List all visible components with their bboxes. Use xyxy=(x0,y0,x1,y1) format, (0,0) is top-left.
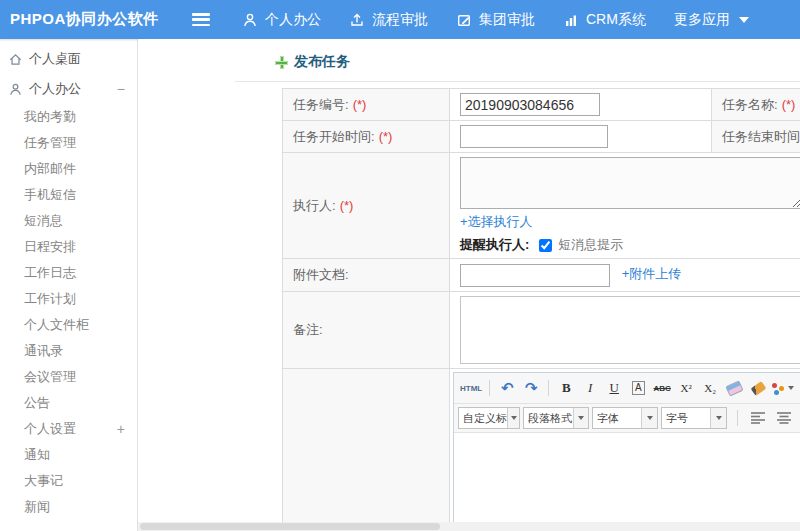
start-time-label-cell: 任务开始时间:(*) xyxy=(283,121,450,153)
hamburger-menu-icon[interactable] xyxy=(192,13,210,26)
custom-heading-select[interactable]: 自定义标题 xyxy=(458,407,520,429)
caret-down-icon xyxy=(739,17,749,23)
subscript-button[interactable]: X₂ xyxy=(699,377,721,399)
bold-button[interactable]: B xyxy=(555,377,577,399)
bar-chart-icon xyxy=(563,12,579,28)
eraser-button[interactable] xyxy=(723,377,745,399)
caret-down-icon xyxy=(710,408,726,428)
sidebar-item-personal-desktop[interactable]: 个人桌面 xyxy=(0,44,137,74)
required-marker: (*) xyxy=(782,97,796,112)
sidebar-item-my-attendance[interactable]: 我的考勤 xyxy=(0,104,137,130)
sidebar-item-personal-office[interactable]: 个人办公 − xyxy=(0,74,137,104)
format-brush-button[interactable] xyxy=(747,377,769,399)
nav-label: 集团审批 xyxy=(479,11,535,29)
attachment-label-cell: 附件文档: xyxy=(283,259,450,292)
nav-label: CRM系统 xyxy=(586,11,646,29)
sidebar-item-work-log[interactable]: 工作日志 xyxy=(0,260,137,286)
description-label-cell: 任务描述:(*) xyxy=(283,369,450,531)
sidebar-item-notice[interactable]: 通知 xyxy=(0,442,137,468)
italic-button[interactable]: I xyxy=(579,377,601,399)
sidebar-item-work-plan[interactable]: 工作计划 xyxy=(0,286,137,312)
page-title: 发布任务 xyxy=(294,53,350,71)
nav-personal-office[interactable]: 个人办公 xyxy=(242,11,321,29)
nav-more-apps[interactable]: 更多应用 xyxy=(674,11,749,29)
required-marker: (*) xyxy=(340,198,354,213)
required-marker: (*) xyxy=(353,97,367,112)
remark-textarea[interactable] xyxy=(460,296,800,364)
sidebar-item-news[interactable]: 新闻 xyxy=(0,494,137,520)
sidebar-item-meeting-management[interactable]: 会议管理 xyxy=(0,364,137,390)
scrollbar-thumb[interactable] xyxy=(140,523,440,530)
top-nav: 个人办公 流程审批 集团审批 CRM系统 更多应用 xyxy=(242,11,749,29)
task-number-label-cell: 任务编号:(*) xyxy=(283,89,450,121)
attachment-input[interactable] xyxy=(460,264,610,287)
font-family-select[interactable]: 字体 xyxy=(592,407,658,429)
sms-remind-checkbox[interactable] xyxy=(539,239,552,252)
underline-button[interactable]: U xyxy=(603,377,625,399)
caret-down-icon xyxy=(641,408,657,428)
task-number-input[interactable] xyxy=(460,93,600,116)
expand-toggle-icon[interactable]: + xyxy=(117,416,125,442)
editor-toolbar-row2: 自定义标题 段落格式 字体 xyxy=(454,404,800,433)
upload-icon xyxy=(349,12,365,28)
font-style-button[interactable]: A xyxy=(627,377,649,399)
sidebar-item-announcement[interactable]: 公告 xyxy=(0,390,137,416)
sidebar: 个人桌面 个人办公 − 我的考勤 任务管理 内部邮件 手机短信 短消息 日程安排… xyxy=(0,39,138,531)
required-marker: (*) xyxy=(379,129,393,144)
horizontal-scrollbar[interactable] xyxy=(138,522,800,531)
app-logo: PHPOA协同办公软件 xyxy=(0,10,178,29)
rich-text-editor: HTML ↶ ↷ B I U A ABC X² xyxy=(453,372,800,531)
caret-down-icon xyxy=(573,408,588,428)
brush-icon xyxy=(750,381,766,396)
nav-group-approval[interactable]: 集团审批 xyxy=(456,11,535,29)
task-name-label-cell: 任务名称:(*) xyxy=(712,89,800,121)
caret-down-icon xyxy=(788,386,794,390)
end-time-label-cell: 任务结束时间:(*) xyxy=(712,121,800,153)
sidebar-item-schedule[interactable]: 日程安排 xyxy=(0,234,137,260)
editor-toolbar-row1: HTML ↶ ↷ B I U A ABC X² xyxy=(454,373,800,404)
sidebar-item-personal-files[interactable]: 个人文件柜 xyxy=(0,312,137,338)
start-time-input[interactable] xyxy=(460,125,608,148)
eraser-icon xyxy=(725,380,743,396)
publish-task-form: 任务编号:(*) 任务名称:(*) 任务开始时间:(*) xyxy=(282,88,800,531)
executor-textarea[interactable] xyxy=(460,157,800,209)
choose-executor-link[interactable]: +选择执行人 xyxy=(460,214,533,229)
user-icon xyxy=(242,12,258,28)
page-header: 发布任务 xyxy=(235,39,800,82)
sidebar-item-contacts[interactable]: 通讯录 xyxy=(0,338,137,364)
sidebar-item-personal-settings[interactable]: 个人设置 + xyxy=(0,416,137,442)
sidebar-item-internal-mail[interactable]: 内部邮件 xyxy=(0,156,137,182)
nav-label: 流程审批 xyxy=(372,11,428,29)
sidebar-item-mobile-sms[interactable]: 手机短信 xyxy=(0,182,137,208)
nav-label: 更多应用 xyxy=(674,11,730,29)
main-content: 发布任务 任务编号:(*) 任务名称:(*) xyxy=(138,39,800,531)
sidebar-item-task-management[interactable]: 任务管理 xyxy=(0,130,137,156)
collapse-toggle-icon[interactable]: − xyxy=(117,74,125,104)
edit-icon xyxy=(456,12,472,28)
remind-executor-label: 提醒执行人: xyxy=(460,236,529,254)
font-size-select[interactable]: 字号 xyxy=(661,407,727,429)
strikethrough-button[interactable]: ABC xyxy=(651,377,673,399)
align-left-button[interactable] xyxy=(747,407,769,429)
sms-option-label: 短消息提示 xyxy=(558,236,623,254)
plus-icon xyxy=(275,56,288,69)
editor-content-area[interactable] xyxy=(454,433,800,531)
sidebar-item-short-message[interactable]: 短消息 xyxy=(0,208,137,234)
attachment-upload-link[interactable]: +附件上传 xyxy=(622,266,682,281)
nav-label: 个人办公 xyxy=(265,11,321,29)
redo-button[interactable]: ↷ xyxy=(520,377,542,399)
sidebar-item-label: 个人桌面 xyxy=(29,44,81,74)
superscript-button[interactable]: X² xyxy=(675,377,697,399)
nav-crm-system[interactable]: CRM系统 xyxy=(563,11,646,29)
toolbar-separator xyxy=(548,380,549,396)
paragraph-format-select[interactable]: 段落格式 xyxy=(523,407,589,429)
undo-button[interactable]: ↶ xyxy=(496,377,518,399)
sidebar-item-big-events[interactable]: 大事记 xyxy=(0,468,137,494)
html-source-button[interactable]: HTML xyxy=(459,377,483,399)
toolbar-separator xyxy=(737,410,738,426)
nav-workflow-approval[interactable]: 流程审批 xyxy=(349,11,428,29)
sidebar-item-label: 个人办公 xyxy=(29,74,81,104)
highlight-color-button[interactable] xyxy=(771,377,795,399)
align-center-button[interactable] xyxy=(773,407,795,429)
user-icon xyxy=(8,82,23,97)
